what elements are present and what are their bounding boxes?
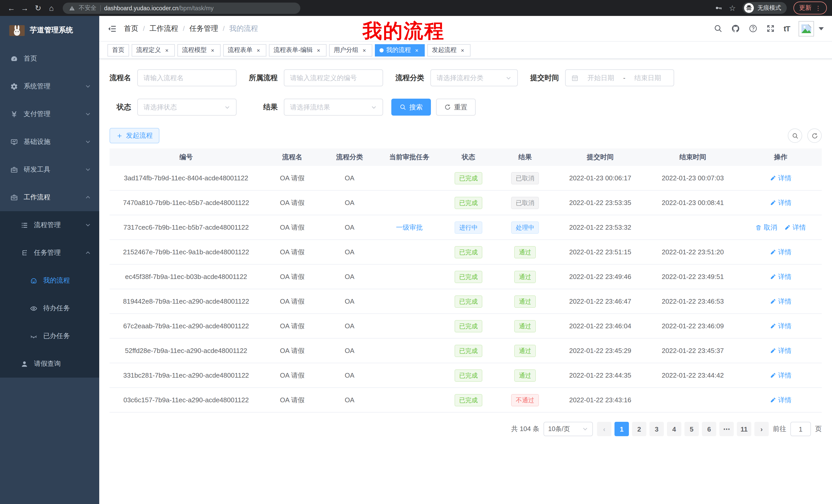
detail-action-link[interactable]: 详情	[784, 223, 806, 232]
sidebar-item-label: 流程管理	[34, 220, 61, 230]
sidebar-item-workflow[interactable]: 工作流程	[0, 184, 99, 211]
column-header: 提交时间	[554, 152, 646, 162]
page-size-select[interactable]: 10条/页	[544, 422, 593, 436]
detail-action-link[interactable]: 详情	[770, 346, 791, 355]
refresh-table-button[interactable]	[807, 129, 822, 143]
detail-action-link[interactable]: 详情	[770, 371, 791, 380]
goto-page-input[interactable]	[790, 422, 811, 436]
cell-end-time: 2022-01-22 23:46:53	[646, 298, 740, 305]
browser-home-button[interactable]: ⌂	[45, 2, 58, 14]
fullscreen-icon[interactable]	[766, 24, 775, 33]
category-select[interactable]: 请选择流程分类	[431, 69, 518, 86]
close-icon[interactable]: ×	[163, 47, 170, 53]
tab-home[interactable]: 首页	[107, 44, 129, 56]
breadcrumb-item[interactable]: 任务管理	[189, 24, 218, 33]
tab-user-group[interactable]: 用户分组×	[329, 44, 372, 56]
breadcrumb-item[interactable]: 首页	[124, 24, 138, 33]
tab-process-model[interactable]: 流程模型×	[177, 44, 220, 56]
close-icon[interactable]: ×	[209, 47, 216, 53]
detail-action-link[interactable]: 详情	[770, 247, 791, 257]
current-task-link[interactable]: 一级审批	[396, 223, 423, 231]
chevron-down-icon	[371, 104, 377, 110]
reset-button[interactable]: 重置	[436, 99, 476, 116]
next-page-button[interactable]: ›	[754, 422, 769, 436]
key-icon[interactable]	[714, 4, 722, 12]
page-6-button[interactable]: 6	[702, 422, 716, 436]
page-5-button[interactable]: 5	[684, 422, 699, 436]
result-select[interactable]: 请选择流结果	[284, 99, 383, 116]
sidebar-item-task-mgmt[interactable]: 任务管理	[0, 239, 99, 267]
page-3-button[interactable]: 3	[649, 422, 664, 436]
sidebar-item-my-process[interactable]: 我的流程	[0, 267, 99, 295]
detail-action-link[interactable]: 详情	[770, 272, 791, 281]
column-header: 编号	[109, 152, 263, 162]
pages-ellipsis[interactable]: ⋯	[719, 422, 734, 436]
close-icon[interactable]: ×	[315, 47, 322, 53]
sidebar-item-devtools[interactable]: 研发工具	[0, 156, 99, 184]
detail-action-link[interactable]: 详情	[770, 173, 791, 183]
tab-my-process[interactable]: 我的流程×	[375, 44, 425, 56]
start-process-button[interactable]: 发起流程	[109, 128, 159, 143]
prev-page-button[interactable]: ‹	[597, 422, 612, 436]
status-select[interactable]: 请选择状态	[137, 99, 237, 116]
sidebar-item-label: 我的流程	[43, 276, 70, 285]
detail-action-link[interactable]: 详情	[770, 321, 791, 331]
page-1-button[interactable]: 1	[615, 422, 629, 436]
search-button[interactable]: 搜索	[391, 99, 431, 116]
sidebar-item-system[interactable]: 系统管理	[0, 73, 99, 100]
close-icon[interactable]: ×	[255, 47, 262, 53]
tab-process-form-edit[interactable]: 流程表单-编辑×	[269, 44, 327, 56]
sidebar-item-payment[interactable]: 支付管理	[0, 100, 99, 128]
menu-dots-icon[interactable]: ⋮	[815, 4, 821, 11]
sidebar-item-done-task[interactable]: 已办任务	[0, 322, 99, 350]
font-size-icon[interactable]: tT	[784, 24, 790, 33]
sidebar-item-home[interactable]: 首页	[0, 45, 99, 73]
detail-action-link[interactable]: 详情	[770, 395, 791, 404]
detail-action-link[interactable]: 详情	[770, 198, 791, 207]
page-4-button[interactable]: 4	[667, 422, 681, 436]
tab-process-definition[interactable]: 流程定义×	[132, 44, 175, 56]
tab-label: 我的流程	[386, 46, 411, 54]
close-icon[interactable]: ×	[459, 47, 466, 53]
avatar[interactable]	[799, 21, 814, 36]
cell-status: 已完成	[441, 271, 496, 283]
tab-start-process[interactable]: 发起流程×	[427, 44, 470, 56]
broken-image-icon	[800, 22, 812, 35]
page-11-button[interactable]: 11	[737, 422, 751, 436]
sidebar-item-todo-task[interactable]: 待办任务	[0, 295, 99, 322]
help-icon[interactable]	[749, 24, 757, 33]
cancel-action-link[interactable]: 取消	[756, 223, 777, 232]
show-search-button[interactable]	[788, 129, 802, 143]
detail-action-link[interactable]: 详情	[770, 297, 791, 306]
tab-process-form[interactable]: 流程表单×	[223, 44, 266, 56]
address-bar[interactable]: 不安全 dashboard.yudao.iocoder.cn/bpm/task/…	[63, 2, 300, 13]
cell-actions: 详情	[740, 272, 822, 281]
submit-time-range-picker[interactable]: 开始日期 - 结束日期	[565, 69, 674, 86]
table-row: 7470a810-7b9b-11ec-b5b7-acde48001122OA 请…	[109, 191, 822, 215]
cell-end-time: 2022-01-22 23:51:20	[646, 248, 740, 256]
status-badge: 已完成	[454, 197, 482, 209]
sidebar-item-infra[interactable]: 基础设施	[0, 128, 99, 156]
active-dot-icon	[380, 48, 384, 52]
browser-back-button[interactable]: ←	[5, 2, 18, 14]
search-icon[interactable]	[714, 24, 723, 33]
github-icon[interactable]	[731, 24, 740, 33]
sidebar-item-process-mgmt[interactable]: 流程管理	[0, 211, 99, 239]
cell-result: 处理中	[495, 221, 554, 233]
breadcrumb-item[interactable]: 工作流程	[149, 24, 178, 33]
process-definition-input[interactable]	[284, 69, 383, 86]
result-label: 结果	[249, 103, 278, 112]
chevron-down-icon	[224, 104, 230, 110]
sidebar-collapse-icon[interactable]	[107, 24, 117, 33]
browser-reload-button[interactable]: ↻	[32, 2, 44, 14]
process-name-input[interactable]	[137, 69, 237, 86]
avatar-caret-icon[interactable]	[818, 27, 824, 30]
browser-update-button[interactable]: 更新 ⋮	[794, 2, 827, 15]
page-2-button[interactable]: 2	[632, 422, 646, 436]
close-icon[interactable]: ×	[361, 47, 368, 53]
cell-submit-time: 2022-01-22 23:53:35	[554, 199, 646, 206]
sidebar-item-leave-query[interactable]: 请假查询	[0, 350, 99, 377]
close-icon[interactable]: ×	[413, 47, 420, 53]
browser-forward-button[interactable]: →	[19, 2, 31, 14]
bookmark-star-icon[interactable]: ☆	[729, 4, 736, 12]
